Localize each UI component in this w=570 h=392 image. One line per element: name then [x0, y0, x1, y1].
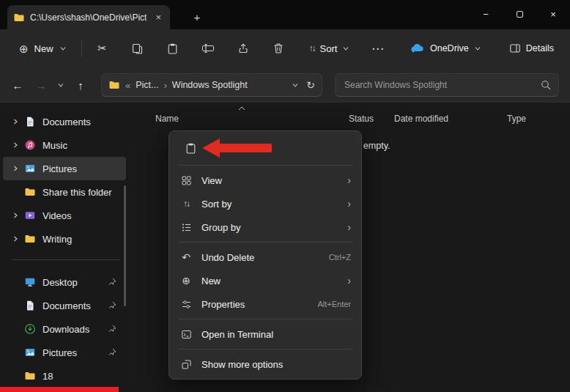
tab-close-button[interactable]: ×: [152, 12, 164, 23]
menu-item-new[interactable]: ⊕ New ›: [172, 269, 358, 292]
tab-title: C:\Users\shash\OneDrive\Pict: [30, 12, 147, 23]
sidebar-item-pictures[interactable]: Pictures: [3, 157, 126, 180]
menu-item-undo-delete[interactable]: ↶ Undo Delete Ctrl+Z: [172, 245, 358, 269]
group-list-icon: [179, 222, 193, 233]
menu-item-sort-by[interactable]: ↑↓ Sort by ›: [172, 192, 358, 215]
menu-item-show-more-options[interactable]: Show more options: [172, 352, 358, 376]
trash-icon: [273, 42, 284, 54]
sort-button-label: Sort: [320, 43, 338, 54]
column-header-name[interactable]: Name: [155, 114, 179, 124]
explorer-tab[interactable]: C:\Users\shash\OneDrive\Pict ×: [7, 5, 170, 29]
document-icon: [23, 116, 37, 127]
pin-icon: [108, 348, 116, 357]
close-button[interactable]: ×: [536, 0, 570, 28]
document-icon: [23, 300, 37, 311]
folder-icon: [13, 12, 25, 23]
new-button-label: New: [34, 43, 53, 54]
details-button[interactable]: Details: [503, 38, 560, 59]
sidebar-item-share-this-folder[interactable]: Share this folder: [3, 180, 126, 204]
recent-locations-button[interactable]: [53, 73, 69, 97]
details-label: Details: [526, 43, 554, 53]
minimize-button[interactable]: −: [469, 0, 503, 28]
chevron-down-icon: [57, 81, 64, 89]
chevron-right-icon[interactable]: [10, 165, 21, 172]
annotation-red-bar: [0, 387, 119, 392]
sidebar-scrollbar[interactable]: [124, 185, 126, 306]
chevron-right-icon[interactable]: [10, 141, 21, 149]
chevron-down-icon: [474, 45, 481, 52]
sidebar-item-pictures-pinned[interactable]: Pictures: [3, 341, 126, 364]
navigation-bar: ← → ↑ « Pict... › Windows Spotlight: [0, 67, 570, 103]
up-button[interactable]: ↑: [69, 73, 92, 97]
onedrive-label: OneDrive: [430, 43, 469, 53]
breadcrumb-current[interactable]: Windows Spotlight: [172, 80, 248, 90]
show-more-icon: [179, 359, 193, 370]
menu-item-open-in-terminal[interactable]: Open in Terminal: [172, 322, 358, 346]
sort-arrows-icon: ↑↓: [179, 199, 193, 209]
maximize-icon: [517, 11, 523, 18]
menu-item-view[interactable]: View ›: [172, 169, 358, 192]
submenu-chevron-icon: ›: [347, 275, 351, 286]
new-tab-button[interactable]: +: [185, 5, 210, 29]
submenu-chevron-icon: ›: [347, 222, 351, 232]
breadcrumb-root[interactable]: Pict...: [136, 80, 158, 90]
forward-button[interactable]: →: [29, 73, 53, 97]
pin-icon: [108, 278, 116, 286]
delete-button[interactable]: [264, 36, 293, 61]
sidebar-item-downloads[interactable]: Downloads: [3, 317, 126, 341]
plus-circle-icon: ⊕: [179, 275, 193, 286]
back-arrow-icon: ←: [12, 79, 23, 92]
sidebar-item-desktop[interactable]: Desktop: [3, 270, 126, 294]
chevron-right-icon[interactable]: [10, 212, 21, 219]
view-grid-icon: [179, 175, 193, 186]
new-button[interactable]: ⊕ New: [12, 38, 74, 59]
context-menu: View › ↑↓ Sort by › Group by › ↶ Undo De…: [169, 130, 362, 380]
chevron-right-icon[interactable]: [10, 118, 21, 125]
menu-separator: [178, 242, 352, 243]
sidebar-item-writing[interactable]: Writing: [3, 227, 126, 251]
menu-item-properties[interactable]: Properties Alt+Enter: [172, 292, 358, 316]
sort-button[interactable]: ↑↓ Sort: [302, 38, 358, 59]
onedrive-button[interactable]: OneDrive: [404, 39, 487, 58]
properties-sliders-icon: [179, 299, 193, 310]
column-header-date-modified[interactable]: Date modified: [394, 114, 448, 124]
annotation-arrow-shaft: [219, 144, 272, 152]
search-bar[interactable]: [335, 73, 559, 97]
search-input[interactable]: [343, 79, 541, 91]
cut-button[interactable]: ✂: [88, 36, 117, 61]
chevron-down-icon: [59, 45, 67, 52]
copy-button[interactable]: [123, 36, 152, 61]
menu-item-group-by[interactable]: Group by ›: [172, 215, 358, 239]
terminal-icon: [179, 329, 193, 340]
rename-button[interactable]: [193, 36, 223, 61]
chevron-down-icon: [342, 45, 349, 52]
address-dropdown-chevron-icon[interactable]: [292, 81, 299, 89]
address-bar[interactable]: « Pict... › Windows Spotlight ↻: [101, 73, 322, 97]
search-icon: [541, 80, 551, 90]
sidebar-item-18[interactable]: 18: [3, 364, 126, 388]
plus-circle-icon: ⊕: [19, 43, 29, 54]
chevron-right-icon[interactable]: [10, 235, 21, 243]
refresh-button[interactable]: ↻: [306, 79, 315, 91]
nav-buttons: ← → ↑: [6, 67, 92, 103]
column-header-type[interactable]: Type: [507, 114, 526, 124]
sidebar-item-documents[interactable]: Documents: [3, 110, 126, 133]
sidebar-item-videos[interactable]: Videos: [3, 204, 126, 227]
share-button[interactable]: [229, 36, 258, 61]
minimize-icon: −: [483, 9, 489, 20]
paste-button-toolbar[interactable]: [158, 36, 188, 61]
maximize-button[interactable]: [503, 0, 536, 28]
paste-button[interactable]: [177, 137, 204, 159]
onedrive-cloud-icon: [410, 43, 425, 53]
breadcrumb-overflow[interactable]: «: [125, 80, 130, 91]
more-options-button[interactable]: ⋯: [364, 36, 391, 61]
undo-icon: ↶: [179, 251, 193, 263]
sidebar-separator: [12, 259, 120, 260]
folder-icon: [23, 233, 37, 245]
clipboard-icon: [166, 42, 179, 55]
sidebar-item-music[interactable]: Music: [3, 133, 126, 157]
back-button[interactable]: ←: [6, 73, 29, 97]
sidebar-item-documents-pinned[interactable]: Documents: [3, 294, 126, 317]
submenu-chevron-icon: ›: [347, 199, 351, 209]
column-header-status[interactable]: Status: [349, 114, 374, 124]
